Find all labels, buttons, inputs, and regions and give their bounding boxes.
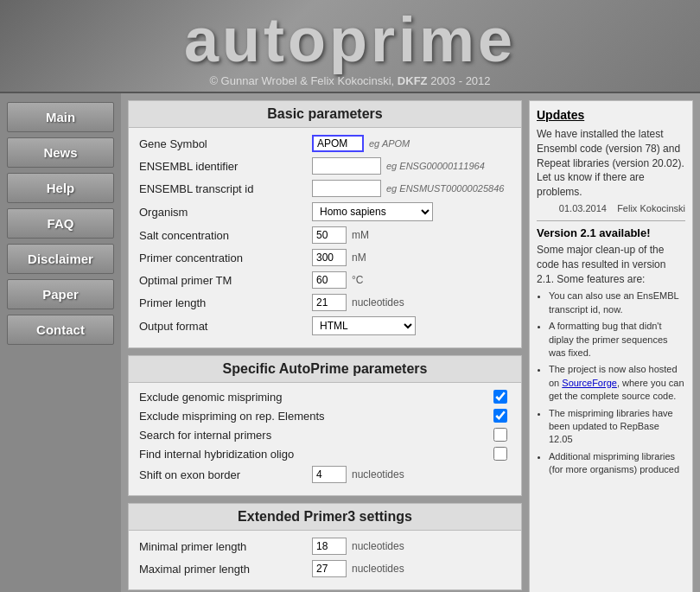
primer-conc-input-area: nM bbox=[312, 249, 366, 266]
primer-length-input[interactable] bbox=[312, 294, 347, 311]
date-author: 01.03.2014 Felix Kokocinski bbox=[537, 203, 685, 213]
gene-symbol-input[interactable] bbox=[312, 135, 364, 152]
bullet-item: A formatting bug that didn't diplay the … bbox=[549, 320, 685, 360]
gene-symbol-row: Gene Symbol eg APOM bbox=[139, 135, 511, 152]
specific-params-title: Specific AutoPrime parameters bbox=[129, 356, 521, 383]
output-format-select[interactable]: HTML TEXT bbox=[312, 316, 416, 335]
find-hybridization-row: Find internal hybridization oligo bbox=[139, 447, 511, 461]
ensembl-id-input-area: eg ENSG00000111964 bbox=[312, 157, 485, 175]
primer-tm-input[interactable] bbox=[312, 271, 347, 289]
exclude-rep-checkbox[interactable] bbox=[493, 409, 507, 423]
extended-params-title: Extended Primer3 settings bbox=[129, 504, 521, 531]
primer-length-row: Primer length nucleotides bbox=[139, 294, 511, 311]
version-intro: Some major clean-up of the code has resu… bbox=[537, 243, 685, 286]
ensembl-transcript-label: ENSEMBL transcript id bbox=[139, 182, 312, 195]
ensembl-transcript-input[interactable] bbox=[312, 180, 381, 197]
bullet-item: The project is now also hosted on Source… bbox=[549, 363, 685, 403]
specific-params-body: Exclude genomic mispriming Exclude mispr… bbox=[129, 383, 521, 495]
sidebar-item-contact[interactable]: Contact bbox=[7, 315, 114, 345]
header: autoprime © Gunnar Wrobel & Felix Kokoci… bbox=[0, 0, 700, 93]
sidebar-item-main[interactable]: Main bbox=[7, 102, 114, 132]
primer-conc-unit: nM bbox=[352, 251, 366, 264]
bullet-list: You can also use an EnsEMBL transcript i… bbox=[537, 290, 685, 476]
right-panel: Updates We have installed the latest Ens… bbox=[529, 100, 693, 592]
organism-row: Organism Homo sapiens Mus musculus bbox=[139, 202, 511, 221]
ensembl-id-row: ENSEMBL identifier eg ENSG00000111964 bbox=[139, 157, 511, 175]
primer-conc-label: Primer concentration bbox=[139, 251, 312, 264]
exclude-rep-label: Exclude mispriming on rep. Elements bbox=[139, 410, 493, 423]
exclude-genomic-label: Exclude genomic mispriming bbox=[139, 391, 493, 404]
sidebar-item-disclaimer[interactable]: Disclaimer bbox=[7, 244, 114, 274]
exclude-genomic-checkbox[interactable] bbox=[493, 390, 507, 404]
basic-params-body: Gene Symbol eg APOM ENSEMBL identifier e… bbox=[129, 128, 521, 347]
min-primer-length-unit: nucleotides bbox=[352, 540, 404, 552]
min-primer-length-input-area: nucleotides bbox=[312, 538, 404, 555]
output-format-row: Output format HTML TEXT bbox=[139, 316, 511, 335]
output-format-input-area: HTML TEXT bbox=[312, 316, 416, 335]
bullet-item: The mispriming libraries have been updat… bbox=[549, 407, 685, 447]
bullet-item: Additional mispriming libraries (for mor… bbox=[549, 450, 685, 477]
max-primer-length-input[interactable] bbox=[312, 560, 347, 577]
primer-tm-unit: °C bbox=[352, 274, 363, 286]
extended-params-section: Extended Primer3 settings Minimal primer… bbox=[128, 503, 522, 590]
search-internal-checkbox[interactable] bbox=[493, 428, 507, 442]
bullet-item: You can also use an EnsEMBL transcript i… bbox=[549, 290, 685, 316]
basic-params-section: Basic parameters Gene Symbol eg APOM ENS… bbox=[128, 100, 522, 348]
salt-unit: mM bbox=[352, 229, 369, 241]
logo: autoprime bbox=[17, 9, 683, 71]
specific-params-section: Specific AutoPrime parameters Exclude ge… bbox=[128, 355, 522, 496]
exclude-genomic-row: Exclude genomic mispriming bbox=[139, 390, 511, 404]
center-panel: Basic parameters Gene Symbol eg APOM ENS… bbox=[128, 100, 522, 592]
ensembl-transcript-row: ENSEMBL transcript id eg ENSMUST00000025… bbox=[139, 180, 511, 197]
ensembl-id-label: ENSEMBL identifier bbox=[139, 160, 312, 173]
sidebar: Main News Help FAQ Disclaimer Paper Cont… bbox=[0, 93, 121, 592]
gene-symbol-label: Gene Symbol bbox=[139, 137, 312, 150]
max-primer-length-unit: nucleotides bbox=[352, 563, 404, 575]
output-format-label: Output format bbox=[139, 320, 312, 333]
search-internal-row: Search for internal primers bbox=[139, 428, 511, 442]
primer-tm-row: Optimal primer TM °C bbox=[139, 271, 511, 289]
sidebar-item-help[interactable]: Help bbox=[7, 173, 114, 203]
main-layout: Main News Help FAQ Disclaimer Paper Cont… bbox=[0, 93, 700, 592]
gene-symbol-hint: eg APOM bbox=[369, 138, 410, 149]
salt-input-area: mM bbox=[312, 226, 369, 244]
content: Basic parameters Gene Symbol eg APOM ENS… bbox=[121, 93, 700, 592]
exclude-rep-row: Exclude mispriming on rep. Elements bbox=[139, 409, 511, 423]
shift-exon-input-area: nucleotides bbox=[312, 466, 404, 483]
sidebar-item-paper[interactable]: Paper bbox=[7, 279, 114, 309]
update-text: We have installed the latest Ensembl cod… bbox=[537, 127, 685, 200]
primer-length-unit: nucleotides bbox=[352, 296, 404, 309]
salt-row: Salt concentration mM bbox=[139, 226, 511, 244]
updates-title: Updates bbox=[537, 108, 685, 122]
min-primer-length-row: Minimal primer length nucleotides bbox=[139, 538, 511, 555]
max-primer-length-label: Maximal primer length bbox=[139, 563, 312, 576]
salt-input[interactable] bbox=[312, 226, 347, 244]
ensembl-id-input[interactable] bbox=[312, 157, 381, 175]
shift-exon-row: Shift on exon border nucleotides bbox=[139, 466, 511, 483]
find-hybridization-checkbox[interactable] bbox=[493, 447, 507, 461]
search-internal-label: Search for internal primers bbox=[139, 429, 493, 442]
primer-tm-label: Optimal primer TM bbox=[139, 274, 312, 287]
shift-exon-unit: nucleotides bbox=[352, 468, 404, 481]
ensembl-id-hint: eg ENSG00000111964 bbox=[386, 161, 485, 171]
ensembl-transcript-input-area: eg ENSMUST00000025846 bbox=[312, 180, 504, 197]
gene-symbol-input-area: eg APOM bbox=[312, 135, 410, 152]
copyright: © Gunnar Wrobel & Felix Kokocinski, DKFZ… bbox=[17, 74, 683, 87]
primer-length-label: Primer length bbox=[139, 296, 312, 309]
sidebar-item-news[interactable]: News bbox=[7, 137, 114, 168]
organism-label: Organism bbox=[139, 206, 312, 219]
shift-exon-label: Shift on exon border bbox=[139, 468, 312, 481]
sourceforge-link[interactable]: SourceForge bbox=[562, 378, 617, 388]
organism-select[interactable]: Homo sapiens Mus musculus bbox=[312, 202, 433, 221]
organism-input-area: Homo sapiens Mus musculus bbox=[312, 202, 433, 221]
max-primer-length-row: Maximal primer length nucleotides bbox=[139, 560, 511, 577]
shift-exon-input[interactable] bbox=[312, 466, 347, 483]
divider bbox=[537, 220, 685, 221]
extended-params-body: Minimal primer length nucleotides Maxima… bbox=[129, 531, 521, 589]
version-title: Version 2.1 available! bbox=[537, 226, 685, 239]
salt-label: Salt concentration bbox=[139, 229, 312, 242]
sidebar-item-faq[interactable]: FAQ bbox=[7, 208, 114, 239]
ensembl-transcript-hint: eg ENSMUST00000025846 bbox=[386, 183, 504, 194]
min-primer-length-input[interactable] bbox=[312, 538, 347, 555]
primer-conc-input[interactable] bbox=[312, 249, 347, 266]
